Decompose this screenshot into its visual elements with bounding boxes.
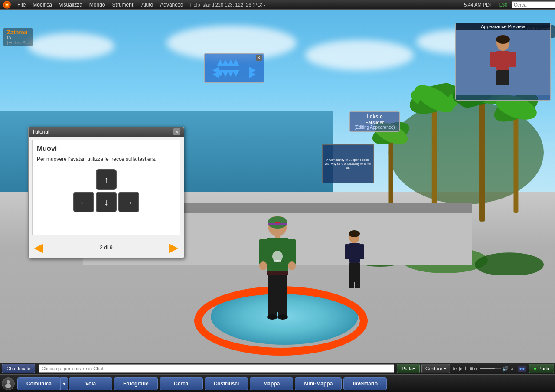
npc-avatar [343, 229, 366, 294]
left-editing: (Editing A... [7, 40, 29, 45]
parla-right-icon: ● [534, 366, 537, 371]
svg-rect-35 [267, 271, 288, 275]
parla-button[interactable]: Parla ▾ [397, 364, 420, 373]
svg-point-32 [259, 261, 267, 270]
comunica-arrow-button[interactable]: ▾ [60, 377, 68, 390]
avatar-icon-button[interactable] [2, 377, 15, 390]
tutorial-close-button[interactable]: × [173, 128, 180, 135]
menu-right: 5:44 AM PDT L$0 [461, 1, 555, 8]
svg-point-49 [496, 35, 510, 44]
community-board-text: A Community of Support People with Any K… [324, 158, 371, 170]
svg-point-38 [267, 314, 278, 320]
svg-marker-65 [232, 70, 239, 77]
music-next-button[interactable]: ⏭ [473, 366, 479, 372]
volume-up-icon: ▲ [509, 366, 514, 371]
comunica-button[interactable]: Comunica [17, 377, 61, 390]
tutorial-next-button[interactable]: ▶ [169, 242, 179, 254]
volume-fill [480, 368, 495, 369]
parla-right-button[interactable]: ● Parla [529, 364, 554, 373]
movement-hud-close[interactable]: × [256, 55, 262, 61]
viewport: Leksie Farslider (Editing Appearance) Za… [0, 10, 555, 374]
svg-rect-31 [288, 239, 296, 265]
mappa-button[interactable]: Mappa [250, 377, 293, 390]
music-play-button[interactable]: ▶ [459, 366, 463, 372]
leksie-sub: Farslider [354, 120, 395, 125]
left-status: Ca... [7, 36, 29, 40]
taskbar: Comunica ▾ Vola Fotografie Cerca Costrui… [0, 375, 555, 392]
svg-point-33 [288, 261, 296, 270]
window-title: Help Island 220 123, 122, 26 (PG) - [187, 1, 269, 8]
svg-rect-44 [349, 272, 354, 288]
tutorial-heading: Muovi [37, 145, 176, 153]
svg-rect-50 [496, 51, 509, 70]
tutorial-footer: ◀ 2 di 9 ▶ [29, 239, 184, 258]
music-stop-button[interactable]: ■ [470, 366, 473, 372]
cloud [28, 33, 114, 59]
player-avatar [251, 209, 304, 330]
search-input[interactable] [512, 1, 555, 8]
svg-rect-13 [514, 110, 519, 213]
svg-rect-26 [275, 234, 280, 238]
tutorial-description: Per muovere l'avatar, utilizza le frecce… [37, 156, 176, 162]
gesture-label: Gesture [425, 366, 442, 371]
svg-point-39 [278, 314, 288, 320]
leksie-name: Leksie [354, 114, 395, 120]
svg-rect-42 [349, 243, 360, 263]
menu-advanced[interactable]: Advanced [157, 0, 186, 9]
svg-rect-30 [259, 239, 267, 265]
fotografie-button[interactable]: Fotografie [114, 377, 158, 390]
svg-point-66 [7, 380, 10, 384]
svg-rect-53 [509, 52, 516, 67]
editing-panel: Appearance Preview [455, 23, 551, 101]
menu-modifica[interactable]: Modifica [29, 0, 56, 9]
right-arrow-key: → [118, 192, 139, 212]
page-indicator: 2 di 9 [100, 245, 112, 251]
tutorial-window-title: Tutorial [32, 129, 49, 135]
mini-mappa-button[interactable]: Mini-Mappa [295, 377, 342, 390]
tutorial-popup: Tutorial × Muovi Per muovere l'avatar, u… [28, 127, 184, 258]
music-pause-button[interactable]: ⏸ [464, 366, 469, 372]
menu-visualizza[interactable]: Visualizza [56, 0, 86, 9]
svg-marker-61 [249, 71, 256, 78]
svg-rect-46 [345, 244, 349, 259]
community-board: A Community of Support People with Any K… [322, 144, 374, 183]
svg-rect-25 [275, 222, 280, 223]
svg-marker-57 [232, 59, 239, 66]
left-user-info: Zathreu Ca... (Editing A... [3, 28, 33, 46]
menu-strumenti[interactable]: Strumenti [109, 0, 138, 9]
svg-rect-37 [278, 286, 287, 316]
arrow-keys-diagram: ↑ ← ↓ → [37, 169, 176, 212]
parla-right-label: Parla [538, 366, 549, 371]
menu-mondo[interactable]: Mondo [86, 0, 109, 9]
music-controls: ⏮ ▶ ⏸ ■ ⏭ 🔊 ▲ [453, 366, 514, 372]
clock: 5:44 AM PDT [461, 2, 495, 7]
menu-file[interactable]: File [14, 0, 29, 9]
editing-panel-title: Appearance Preview [456, 23, 550, 30]
gesture-button[interactable]: Gesture ▾ [421, 364, 450, 373]
chat-locale-button[interactable]: Chat locale [2, 364, 35, 373]
menubar: File Modifica Visualizza Mondo Strumenti… [0, 0, 555, 10]
left-arrow-key: ← [73, 192, 94, 212]
bottombar: Chat locale Parla ▾ Gesture ▾ ⏮ ▶ ⏸ ■ ⏭ … [0, 363, 555, 375]
costruisci-button[interactable]: Costruisci [205, 377, 248, 390]
up-arrow-key: ↑ [96, 169, 117, 190]
svg-point-67 [5, 384, 11, 388]
tutorial-body: Muovi Per muovere l'avatar, utilizza le … [32, 140, 180, 235]
menu-aiuto[interactable]: Aiuto [138, 0, 157, 9]
editing-panel-preview [456, 30, 550, 95]
volume-slider[interactable] [480, 368, 501, 369]
network-status-icon: ●● [518, 366, 526, 372]
inventario-button[interactable]: Inventario [343, 377, 387, 390]
tutorial-titlebar: Tutorial × [29, 127, 184, 137]
music-prev-button[interactable]: ⏮ [453, 366, 458, 372]
tutorial-prev-button[interactable]: ◀ [34, 242, 43, 254]
vola-button[interactable]: Vola [69, 377, 112, 390]
svg-rect-29 [274, 260, 281, 262]
svg-rect-47 [359, 244, 364, 259]
status-icons: ●● [518, 366, 526, 372]
left-username: Zathreu [7, 29, 29, 36]
cerca-button[interactable]: Cerca [160, 377, 203, 390]
down-arrow-key: ↓ [96, 192, 117, 212]
chat-input[interactable] [39, 364, 394, 373]
parla-arrow-icon: ▾ [413, 366, 415, 371]
